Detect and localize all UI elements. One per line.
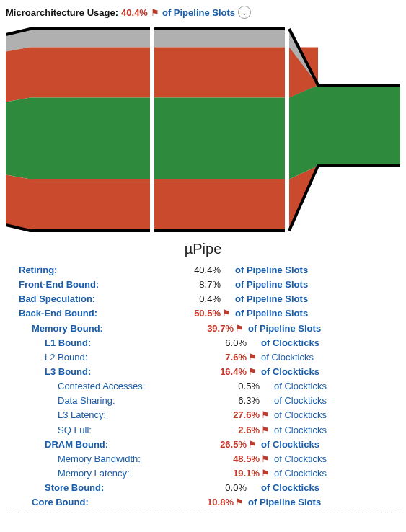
metric-name[interactable]: Contested Accesses:: [6, 379, 216, 394]
metric-unit[interactable]: of Clockticks: [258, 438, 400, 452]
summary-unit[interactable]: of Pipeline Slots: [162, 7, 235, 18]
metrics-table: Retiring:40.4%of Pipeline SlotsFront-End…: [6, 263, 400, 513]
metric-unit[interactable]: of Pipeline Slots: [232, 306, 400, 321]
metric-row: Memory Latency:19.1%⚑of Clockticks: [6, 466, 400, 481]
metric-name[interactable]: Front-End Bound:: [6, 278, 177, 292]
metric-name[interactable]: Memory Latency:: [6, 466, 216, 481]
metric-row: Back-End Bound:50.5%⚑of Pipeline Slots: [6, 306, 400, 321]
svg-rect-19: [285, 22, 289, 238]
svg-rect-11: [154, 97, 285, 179]
metric-value: 6.0%: [203, 336, 247, 350]
flag-icon: ⚑: [151, 7, 159, 18]
micropipe-title: µPipe: [6, 241, 400, 257]
flag-icon: ⚑: [247, 365, 258, 379]
metric-name[interactable]: SQ Full:: [6, 423, 216, 438]
svg-marker-8: [6, 175, 30, 231]
metric-name[interactable]: L3 Latency:: [6, 408, 216, 422]
metric-unit[interactable]: of Clockticks: [258, 481, 400, 495]
metric-row: DRAM Bound:26.5%⚑of Clockticks: [6, 438, 400, 452]
metric-value: 0.5%: [216, 379, 260, 394]
svg-rect-10: [154, 47, 285, 97]
metric-unit[interactable]: of Clockticks: [271, 423, 400, 438]
flag-icon: ⚑: [260, 452, 271, 466]
metric-unit[interactable]: of Clockticks: [271, 466, 400, 481]
metric-unit[interactable]: of Clockticks: [258, 365, 400, 379]
metric-row: L1 Bound:6.0%of Clockticks: [6, 336, 400, 350]
svg-rect-9: [154, 29, 285, 47]
metric-name[interactable]: Back-End Bound:: [6, 306, 177, 321]
metric-row: Contested Accesses:0.5%of Clockticks: [6, 379, 400, 394]
metric-value: 27.6%: [216, 408, 260, 422]
summary-value: 40.4%: [121, 7, 148, 18]
metric-unit[interactable]: of Clockticks: [258, 336, 400, 350]
metric-name[interactable]: L3 Bound:: [6, 365, 203, 379]
metric-value: 6.3%: [216, 394, 260, 408]
metric-row: SQ Full:2.6%⚑of Clockticks: [6, 423, 400, 438]
svg-marker-1: [30, 47, 150, 97]
metric-unit[interactable]: of Pipeline Slots: [245, 495, 400, 510]
chevron-down-icon: ⌄: [242, 9, 247, 17]
metric-unit[interactable]: of Clockticks: [271, 379, 400, 394]
metric-name[interactable]: Memory Bound:: [6, 322, 190, 336]
flag-icon: ⚑: [247, 438, 258, 452]
metric-value: 0.4%: [177, 292, 221, 306]
metric-value: 16.4%: [203, 365, 247, 379]
metric-value: 40.4%: [177, 263, 221, 278]
metric-name[interactable]: Core Bound:: [6, 495, 190, 510]
svg-marker-0: [30, 29, 150, 47]
metric-row: L3 Latency:27.6%⚑of Clockticks: [6, 408, 400, 422]
micropipe-svg: [6, 22, 400, 238]
metric-value: 26.5%: [203, 438, 247, 452]
metric-value: 0.0%: [203, 481, 247, 495]
flag-icon: ⚑: [247, 350, 258, 365]
metric-value: 50.5%: [177, 306, 221, 321]
metric-value: 7.6%: [203, 350, 247, 365]
metric-value: 48.5%: [216, 452, 260, 466]
flag-icon: ⚑: [260, 466, 271, 481]
metric-value: 8.7%: [177, 278, 221, 292]
metric-name[interactable]: Data Sharing:: [6, 394, 216, 408]
flag-icon: ⚑: [260, 408, 271, 422]
svg-marker-7: [6, 97, 30, 179]
metric-value: 10.8%: [190, 495, 234, 510]
metric-name[interactable]: Retiring:: [6, 263, 177, 278]
metric-name[interactable]: Bad Speculation:: [6, 292, 177, 306]
svg-rect-18: [150, 22, 154, 238]
metric-value: 2.6%: [216, 423, 260, 438]
flag-icon: ⚑: [234, 322, 245, 336]
metric-name[interactable]: Store Bound:: [6, 481, 203, 495]
metric-unit[interactable]: of Pipeline Slots: [232, 263, 400, 278]
metric-unit[interactable]: of Pipeline Slots: [232, 278, 400, 292]
svg-marker-2: [30, 97, 150, 179]
metric-name[interactable]: L2 Bound:: [6, 350, 203, 365]
expand-button[interactable]: ⌄: [238, 6, 251, 19]
metric-unit[interactable]: of Pipeline Slots: [232, 292, 400, 306]
metric-unit[interactable]: of Clockticks: [271, 394, 400, 408]
metric-row: Front-End Bound:8.7%of Pipeline Slots: [6, 278, 400, 292]
metric-row: Core Bound:10.8%⚑of Pipeline Slots: [6, 495, 400, 510]
metric-row: Memory Bound:39.7%⚑of Pipeline Slots: [6, 322, 400, 336]
flag-icon: ⚑: [221, 306, 232, 321]
metric-value: 19.1%: [216, 466, 260, 481]
svg-marker-3: [30, 179, 150, 231]
metric-unit[interactable]: of Clockticks: [271, 408, 400, 422]
svg-marker-6: [6, 47, 30, 102]
metric-name[interactable]: DRAM Bound:: [6, 438, 203, 452]
metric-row: Data Sharing:6.3%of Clockticks: [6, 394, 400, 408]
metric-row: L2 Bound:7.6%⚑of Clockticks: [6, 350, 400, 365]
metric-row: Store Bound:0.0%of Clockticks: [6, 481, 400, 495]
metric-name[interactable]: L1 Bound:: [6, 336, 203, 350]
metric-name[interactable]: Memory Bandwidth:: [6, 452, 216, 466]
flag-icon: ⚑: [234, 495, 245, 510]
metric-row: Retiring:40.4%of Pipeline Slots: [6, 263, 400, 278]
metric-unit[interactable]: of Clockticks: [271, 452, 400, 466]
metric-row: Memory Bandwidth:48.5%⚑of Clockticks: [6, 452, 400, 466]
metric-value: 39.7%: [190, 322, 234, 336]
svg-rect-12: [154, 179, 285, 231]
flag-icon: ⚑: [260, 423, 271, 438]
metric-row: Bad Speculation:0.4%of Pipeline Slots: [6, 292, 400, 306]
metric-unit[interactable]: of Clockticks: [258, 350, 400, 365]
micropipe-diagram: [6, 22, 400, 238]
metric-unit[interactable]: of Pipeline Slots: [245, 322, 400, 336]
metric-row: L3 Bound:16.4%⚑of Clockticks: [6, 365, 400, 379]
